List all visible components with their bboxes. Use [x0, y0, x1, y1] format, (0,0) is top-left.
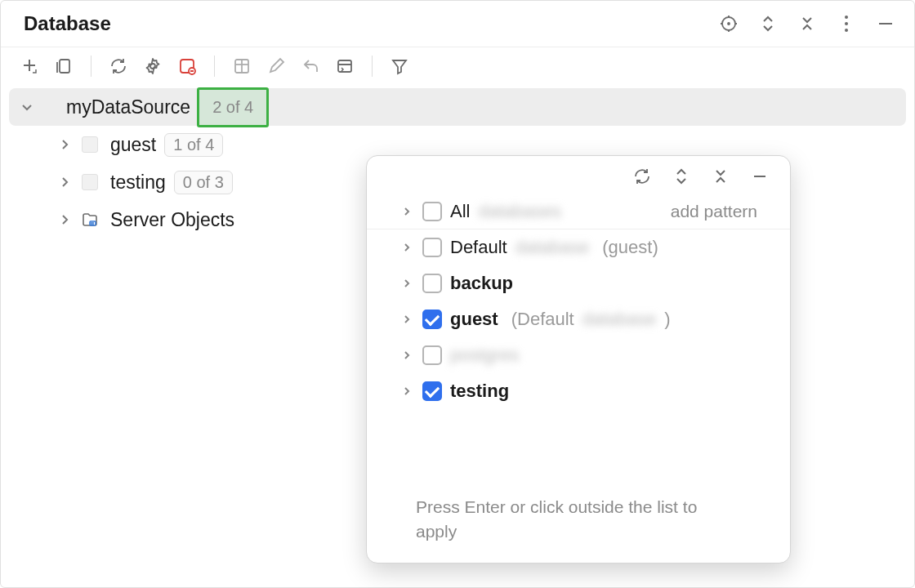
checkbox-testing[interactable]: [422, 381, 442, 401]
blurred-text: databases: [478, 201, 561, 222]
refresh-icon[interactable]: [108, 56, 129, 77]
chevron-right-icon[interactable]: [56, 136, 73, 153]
popup-footer-hint: Press Enter or click outside the list to…: [367, 482, 790, 563]
popup-row-all[interactable]: All databases add pattern: [367, 194, 790, 229]
folder-icon: [81, 211, 99, 229]
edit-icon[interactable]: [266, 56, 287, 77]
svg-point-1: [728, 23, 730, 24]
database-icon: [81, 136, 99, 154]
schema-selector-popup: All databases add pattern Default databa…: [366, 155, 791, 564]
tree-item-label: Server Objects: [110, 209, 234, 231]
toolbar: [1, 47, 914, 85]
blurred-text: database: [582, 309, 657, 330]
svg-marker-23: [393, 60, 406, 74]
svg-rect-21: [338, 60, 351, 72]
settings-icon[interactable]: [142, 56, 163, 77]
popup-row-backup[interactable]: backup: [367, 265, 790, 301]
popup-default-label: Default: [450, 237, 507, 258]
popup-item-suffix-close: ): [664, 309, 670, 330]
duplicate-icon[interactable]: [53, 56, 74, 77]
collapse-all-icon[interactable]: [710, 166, 731, 187]
svg-point-7: [845, 22, 848, 25]
refresh-icon[interactable]: [632, 166, 653, 187]
checkbox-all[interactable]: [422, 202, 442, 221]
checkbox-backup[interactable]: [422, 274, 442, 293]
tree-item-label: guest: [110, 134, 156, 156]
jump-icon[interactable]: [300, 56, 321, 77]
popup-row-guest[interactable]: guest (Default database ): [367, 301, 790, 337]
popup-row-testing[interactable]: testing: [367, 373, 790, 409]
toolbar-separator: [372, 56, 373, 77]
svg-rect-12: [60, 60, 69, 73]
add-pattern-link[interactable]: add pattern: [671, 202, 757, 221]
filter-icon[interactable]: [389, 56, 410, 77]
svg-point-8: [845, 29, 848, 32]
console-icon[interactable]: [334, 56, 355, 77]
tree-datasource-row[interactable]: myDataSource 2 of 4: [9, 88, 906, 126]
more-icon[interactable]: [836, 13, 857, 34]
expand-collapse-icon[interactable]: [757, 13, 779, 34]
chevron-right-icon[interactable]: [56, 174, 73, 190]
chevron-right-icon[interactable]: [56, 212, 73, 228]
panel-title: Database: [24, 12, 111, 35]
popup-row-blurred[interactable]: postgres: [367, 337, 790, 373]
header-actions: [718, 13, 896, 34]
checkbox-guest[interactable]: [422, 310, 442, 329]
tree-item-label: testing: [110, 172, 166, 194]
chevron-right-icon[interactable]: [399, 276, 414, 291]
minimize-icon[interactable]: [875, 13, 896, 34]
chevron-right-icon[interactable]: [399, 348, 414, 363]
chevron-down-icon[interactable]: [19, 99, 35, 115]
svg-point-6: [845, 16, 848, 19]
popup-item-label: backup: [450, 273, 513, 294]
database-icon: [81, 173, 99, 191]
toolbar-separator: [91, 56, 92, 77]
minimize-icon[interactable]: [749, 166, 770, 187]
datasource-count-badge[interactable]: 2 of 4: [197, 87, 269, 127]
collapse-all-icon[interactable]: [797, 13, 818, 34]
popup-default-suffix: (guest): [602, 237, 658, 258]
popup-row-default[interactable]: Default database (guest): [367, 229, 790, 265]
popup-item-suffix-open: (Default: [511, 309, 574, 330]
chevron-right-icon[interactable]: [399, 384, 414, 399]
tree-datasource-label: myDataSource: [66, 96, 190, 118]
chevron-right-icon[interactable]: [399, 312, 414, 327]
chevron-right-icon[interactable]: [399, 240, 414, 255]
blurred-text: database: [516, 237, 590, 258]
popup-item-label: testing: [450, 381, 509, 402]
table-icon[interactable]: [231, 56, 252, 77]
expand-collapse-icon[interactable]: [671, 166, 692, 187]
target-icon[interactable]: [718, 13, 739, 34]
checkbox-default[interactable]: [422, 238, 442, 257]
checkbox-item[interactable]: [422, 345, 442, 365]
popup-item-label: guest: [450, 309, 498, 330]
toolbar-separator: [214, 56, 215, 77]
add-icon[interactable]: [19, 56, 40, 77]
popup-header: [367, 156, 790, 194]
chevron-right-icon[interactable]: [399, 204, 414, 219]
panel-header: Database: [1, 1, 914, 47]
tree-item-badge[interactable]: 0 of 3: [174, 171, 233, 194]
stop-icon[interactable]: [176, 56, 198, 77]
popup-item-label: postgres: [450, 345, 519, 366]
popup-list: All databases add pattern Default databa…: [367, 194, 790, 482]
popup-all-label: All: [450, 201, 470, 222]
tree-item-badge[interactable]: 1 of 4: [164, 133, 223, 157]
